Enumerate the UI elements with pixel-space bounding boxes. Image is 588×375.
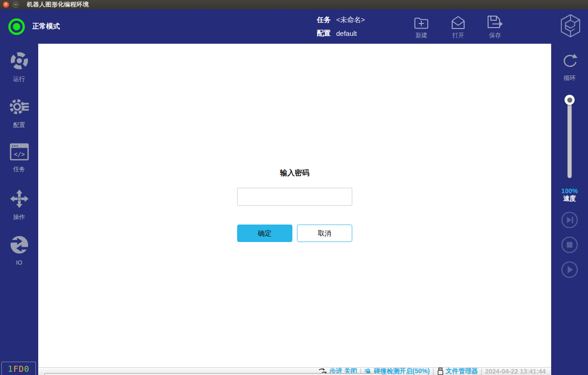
gear-icon <box>9 97 29 118</box>
sidebar-item-run[interactable]: 运行 <box>0 51 38 83</box>
speed-readout: 100% 速度 <box>551 187 588 202</box>
folder-plus-icon <box>413 12 429 30</box>
action-label: 新建 <box>415 31 427 40</box>
statusbar-timestamp: 2024-04-22 13:41:44 <box>485 368 546 375</box>
usb-drive-icon <box>437 367 444 375</box>
close-icon[interactable]: × <box>3 1 9 8</box>
sidebar-item-label: 任务 <box>13 165 25 173</box>
sidebar-item-io[interactable]: IO <box>0 235 38 266</box>
speed-slider-handle[interactable] <box>565 95 575 105</box>
cycle-icon <box>560 52 579 71</box>
move-arrows-icon <box>10 189 29 210</box>
config-label: 配置 <box>317 29 331 38</box>
password-input[interactable] <box>237 188 352 206</box>
sidebar-item-label: 配置 <box>13 121 25 129</box>
io-status-indicator[interactable]: 1FD0 <box>1 362 36 375</box>
ok-button[interactable]: 确定 <box>237 225 292 242</box>
brand-logo-icon <box>559 13 582 40</box>
save-task-button[interactable]: 保存 <box>482 12 508 40</box>
sidebar-item-config[interactable]: 配置 <box>0 97 38 129</box>
io-code-char: D <box>19 364 24 374</box>
code-window-icon: </> <box>10 143 29 162</box>
new-task-button[interactable]: 新建 <box>408 12 435 40</box>
topnav: 正常模式 任务 <未命名> 配置 default 新建 <box>0 9 588 44</box>
speed-slider[interactable] <box>568 99 572 178</box>
right-sidebar: 循环 100% 速度 <box>551 44 588 375</box>
action-label: 打开 <box>452 31 464 40</box>
open-task-button[interactable]: 打开 <box>445 12 472 40</box>
titlebar: × – 机器人图形化编程环境 <box>0 0 588 9</box>
sidebar-item-operate[interactable]: 操作 <box>0 189 38 221</box>
loop-label: 循环 <box>564 74 576 82</box>
step-forward-button[interactable] <box>561 211 578 231</box>
io-code-char: F <box>13 364 19 374</box>
left-sidebar: 运行 配置 </> 任务 <box>0 44 38 375</box>
task-label: 任务 <box>317 16 331 24</box>
statusbar-separator: | <box>481 368 483 375</box>
statusbar-separator: | <box>432 368 434 375</box>
speed-label: 速度 <box>551 195 588 202</box>
stop-button[interactable] <box>561 236 578 255</box>
file-actions: 新建 打开 <box>408 12 508 40</box>
cancel-button[interactable]: 取消 <box>297 225 352 242</box>
file-manager-button[interactable]: 文件管理器 <box>437 367 478 375</box>
task-value: <未命名> <box>336 16 365 24</box>
sidebar-item-label: IO <box>16 259 23 266</box>
target-icon <box>10 51 29 72</box>
io-code-char: 1 <box>8 364 13 374</box>
open-mail-icon <box>450 12 466 30</box>
bottom-panel-edge <box>44 373 383 375</box>
mode-status-icon <box>8 18 25 35</box>
io-arrows-icon <box>10 235 29 256</box>
floppy-save-icon <box>486 12 504 30</box>
sidebar-item-label: 操作 <box>13 213 25 221</box>
mode-label: 正常模式 <box>32 22 60 31</box>
config-value: default <box>336 29 357 37</box>
io-code-char: 0 <box>24 364 29 374</box>
sidebar-item-label: 运行 <box>13 75 25 83</box>
mode-indicator[interactable]: 正常模式 <box>8 9 60 44</box>
password-dialog-title: 输入密码 <box>237 168 352 178</box>
window-title: 机器人图形化编程环境 <box>27 0 89 9</box>
minimize-icon[interactable]: – <box>12 1 19 8</box>
speed-percent: 100% <box>551 187 588 195</box>
svg-text:</>: </> <box>13 151 24 158</box>
task-config-info: 任务 <未命名> 配置 default <box>317 13 365 40</box>
loop-button[interactable]: 循环 <box>551 52 588 82</box>
action-label: 保存 <box>489 31 501 40</box>
file-manager-text: 文件管理器 <box>446 367 478 375</box>
play-button[interactable] <box>561 261 578 280</box>
sidebar-item-task[interactable]: </> 任务 <box>0 143 38 173</box>
main-content: 输入密码 确定 取消 步进 关闭 | <box>38 44 551 375</box>
app-window: × – 机器人图形化编程环境 正常模式 任务 <未命名> 配置 default <box>0 0 588 375</box>
